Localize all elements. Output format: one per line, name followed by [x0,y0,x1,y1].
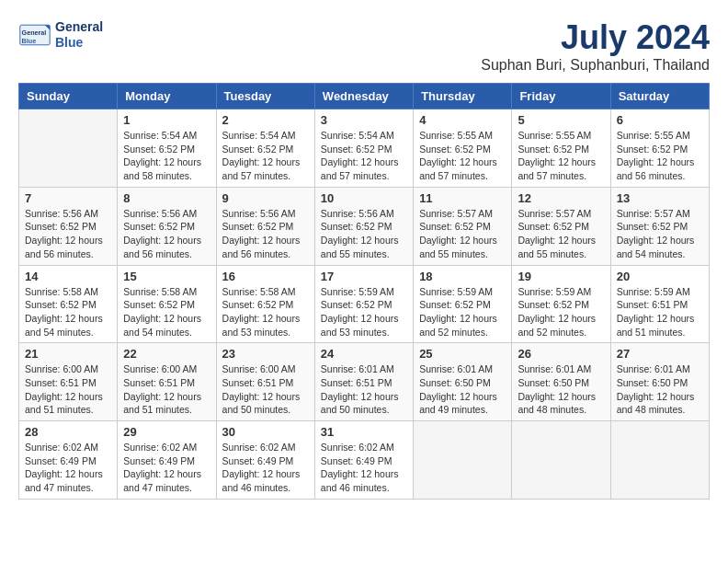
day-info: Sunrise: 5:59 AM Sunset: 6:52 PM Dayligh… [518,285,604,339]
day-number: 12 [518,191,604,205]
day-number: 18 [419,270,506,283]
day-info: Sunrise: 5:57 AM Sunset: 6:52 PM Dayligh… [617,207,703,261]
day-info: Sunrise: 5:56 AM Sunset: 6:52 PM Dayligh… [222,207,309,261]
calendar-week-2: 7Sunrise: 5:56 AM Sunset: 6:52 PM Daylig… [19,187,710,265]
day-number: 22 [123,347,210,361]
calendar-cell: 29Sunrise: 6:02 AM Sunset: 6:49 PM Dayli… [118,421,216,500]
day-info: Sunrise: 5:57 AM Sunset: 6:52 PM Dayligh… [518,207,604,261]
calendar-cell: 14Sunrise: 5:58 AM Sunset: 6:52 PM Dayli… [19,265,118,343]
calendar-cell: 22Sunrise: 6:00 AM Sunset: 6:51 PM Dayli… [118,343,216,421]
day-info: Sunrise: 6:01 AM Sunset: 6:50 PM Dayligh… [518,362,604,417]
day-number: 28 [25,425,111,439]
logo-text-line2: Blue [55,35,103,51]
day-info: Sunrise: 6:00 AM Sunset: 6:51 PM Dayligh… [123,362,210,417]
day-number: 6 [617,113,703,127]
day-number: 26 [518,347,604,361]
day-info: Sunrise: 5:55 AM Sunset: 6:52 PM Dayligh… [617,129,703,183]
calendar-cell: 1Sunrise: 5:54 AM Sunset: 6:52 PM Daylig… [118,109,216,188]
day-number: 27 [617,347,703,361]
day-number: 9 [222,191,309,205]
weekday-header-wednesday: Wednesday [314,84,413,109]
svg-text:Blue: Blue [22,37,37,45]
day-number: 7 [25,191,111,205]
calendar-cell [414,421,512,500]
day-info: Sunrise: 6:00 AM Sunset: 6:51 PM Dayligh… [25,362,111,417]
day-number: 8 [123,191,210,205]
calendar-cell: 17Sunrise: 5:59 AM Sunset: 6:52 PM Dayli… [314,265,413,343]
calendar-cell: 19Sunrise: 5:59 AM Sunset: 6:52 PM Dayli… [512,265,610,343]
day-info: Sunrise: 5:56 AM Sunset: 6:52 PM Dayligh… [25,207,111,261]
day-info: Sunrise: 5:56 AM Sunset: 6:52 PM Dayligh… [123,207,210,261]
day-number: 2 [222,113,309,127]
weekday-header-tuesday: Tuesday [216,84,314,109]
calendar-cell: 28Sunrise: 6:02 AM Sunset: 6:49 PM Dayli… [19,421,118,500]
day-info: Sunrise: 5:58 AM Sunset: 6:52 PM Dayligh… [222,285,309,339]
day-number: 11 [419,191,506,205]
calendar-cell [19,109,118,188]
day-number: 15 [123,270,210,283]
page-header: General Blue General Blue July 2024 Suph… [18,18,710,74]
day-info: Sunrise: 5:54 AM Sunset: 6:52 PM Dayligh… [321,129,407,183]
calendar-cell: 16Sunrise: 5:58 AM Sunset: 6:52 PM Dayli… [216,265,314,343]
calendar-cell: 20Sunrise: 5:59 AM Sunset: 6:51 PM Dayli… [610,265,709,343]
day-info: Sunrise: 5:55 AM Sunset: 6:52 PM Dayligh… [419,129,506,183]
weekday-header-sunday: Sunday [19,84,118,109]
calendar-cell: 18Sunrise: 5:59 AM Sunset: 6:52 PM Dayli… [414,265,512,343]
calendar-cell: 27Sunrise: 6:01 AM Sunset: 6:50 PM Dayli… [610,343,709,421]
calendar-week-5: 28Sunrise: 6:02 AM Sunset: 6:49 PM Dayli… [19,421,710,500]
day-info: Sunrise: 6:02 AM Sunset: 6:49 PM Dayligh… [321,441,407,495]
calendar-week-1: 1Sunrise: 5:54 AM Sunset: 6:52 PM Daylig… [19,109,710,188]
calendar-cell: 4Sunrise: 5:55 AM Sunset: 6:52 PM Daylig… [414,109,512,188]
day-number: 29 [123,425,210,439]
calendar-cell: 8Sunrise: 5:56 AM Sunset: 6:52 PM Daylig… [118,187,216,265]
day-info: Sunrise: 5:59 AM Sunset: 6:52 PM Dayligh… [419,285,506,339]
day-info: Sunrise: 5:54 AM Sunset: 6:52 PM Dayligh… [123,129,210,183]
day-info: Sunrise: 5:58 AM Sunset: 6:52 PM Dayligh… [123,285,210,339]
calendar-cell [610,421,709,500]
day-number: 10 [321,191,407,205]
calendar-cell: 25Sunrise: 6:01 AM Sunset: 6:50 PM Dayli… [414,343,512,421]
location-title: Suphan Buri, Suphanburi, Thailand [481,57,710,74]
day-number: 25 [419,347,506,361]
day-info: Sunrise: 6:01 AM Sunset: 6:50 PM Dayligh… [617,362,703,417]
calendar-cell: 11Sunrise: 5:57 AM Sunset: 6:52 PM Dayli… [414,187,512,265]
logo-text-line1: General [55,19,103,35]
calendar-cell: 7Sunrise: 5:56 AM Sunset: 6:52 PM Daylig… [19,187,118,265]
day-info: Sunrise: 5:57 AM Sunset: 6:52 PM Dayligh… [419,207,506,261]
day-info: Sunrise: 5:55 AM Sunset: 6:52 PM Dayligh… [518,129,604,183]
calendar-cell: 26Sunrise: 6:01 AM Sunset: 6:50 PM Dayli… [512,343,610,421]
calendar-cell: 2Sunrise: 5:54 AM Sunset: 6:52 PM Daylig… [216,109,314,188]
calendar-table: SundayMondayTuesdayWednesdayThursdayFrid… [18,83,710,500]
day-number: 24 [321,347,407,361]
day-number: 30 [222,425,309,439]
day-info: Sunrise: 6:00 AM Sunset: 6:51 PM Dayligh… [222,362,309,417]
day-number: 14 [25,270,111,283]
svg-text:General: General [22,29,47,37]
day-number: 21 [25,347,111,361]
weekday-header-friday: Friday [512,84,610,109]
day-info: Sunrise: 5:58 AM Sunset: 6:52 PM Dayligh… [25,285,111,339]
day-number: 3 [321,113,407,127]
calendar-cell: 9Sunrise: 5:56 AM Sunset: 6:52 PM Daylig… [216,187,314,265]
calendar-cell: 24Sunrise: 6:01 AM Sunset: 6:51 PM Dayli… [314,343,413,421]
day-info: Sunrise: 5:54 AM Sunset: 6:52 PM Dayligh… [222,129,309,183]
day-number: 31 [321,425,407,439]
logo: General Blue General Blue [18,18,103,52]
calendar-cell: 12Sunrise: 5:57 AM Sunset: 6:52 PM Dayli… [512,187,610,265]
day-info: Sunrise: 6:01 AM Sunset: 6:51 PM Dayligh… [321,362,407,417]
calendar-cell: 31Sunrise: 6:02 AM Sunset: 6:49 PM Dayli… [314,421,413,500]
day-number: 20 [617,270,703,283]
day-info: Sunrise: 5:59 AM Sunset: 6:52 PM Dayligh… [321,285,407,339]
calendar-cell: 23Sunrise: 6:00 AM Sunset: 6:51 PM Dayli… [216,343,314,421]
day-info: Sunrise: 5:59 AM Sunset: 6:51 PM Dayligh… [617,285,703,339]
day-number: 13 [617,191,703,205]
day-number: 19 [518,270,604,283]
logo-icon: General Blue [18,18,51,52]
calendar-cell: 5Sunrise: 5:55 AM Sunset: 6:52 PM Daylig… [512,109,610,188]
day-info: Sunrise: 5:56 AM Sunset: 6:52 PM Dayligh… [321,207,407,261]
day-info: Sunrise: 6:02 AM Sunset: 6:49 PM Dayligh… [25,441,111,495]
weekday-header-monday: Monday [118,84,216,109]
weekday-header-thursday: Thursday [414,84,512,109]
weekday-header-saturday: Saturday [610,84,709,109]
day-info: Sunrise: 6:02 AM Sunset: 6:49 PM Dayligh… [222,441,309,495]
